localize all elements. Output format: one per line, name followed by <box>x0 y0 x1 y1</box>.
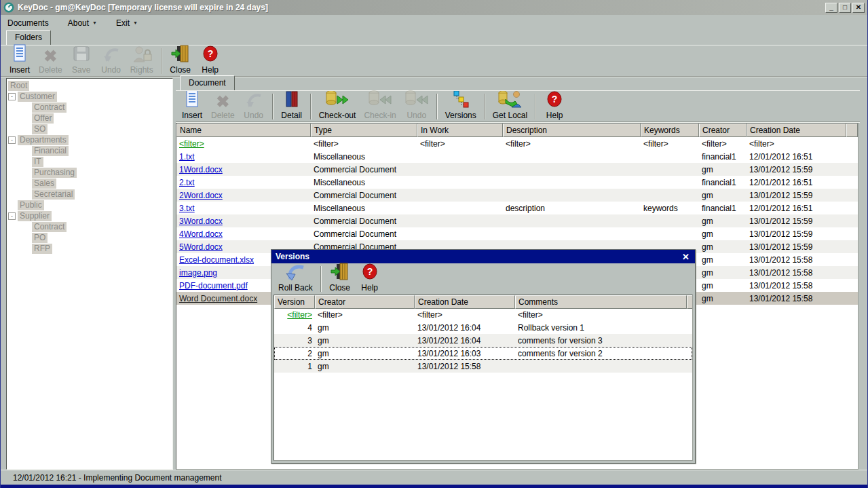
column-header-description[interactable]: Description <box>503 124 641 137</box>
creator-filter[interactable]: <filter> <box>699 137 747 150</box>
table-row[interactable]: 2.txt Miscellaneous financial1 12/01/201… <box>176 176 858 189</box>
creation-date-filter[interactable]: <filter> <box>415 310 515 320</box>
name-filter-link[interactable]: <filter> <box>179 139 204 149</box>
tree-node-public[interactable]: Public <box>7 200 172 210</box>
tree-node-supplier[interactable]: -Supplier <box>7 210 172 221</box>
menu-exit[interactable]: Exit▼ <box>116 18 138 28</box>
tree-node-rfp[interactable]: RFP <box>7 243 172 254</box>
svg-text:?: ? <box>552 94 558 105</box>
collapse-icon[interactable]: - <box>8 136 16 144</box>
keywords-filter[interactable]: <filter> <box>641 137 699 150</box>
document-link[interactable]: 1Word.docx <box>179 165 223 174</box>
get-local-button[interactable]: Get Local <box>489 92 531 121</box>
tab-document[interactable]: Document <box>180 75 235 90</box>
toolbar-separator <box>272 94 273 119</box>
dialog-help-button[interactable]: ? Help <box>355 264 385 294</box>
tree-node-supplier-contract[interactable]: Contract <box>7 221 172 232</box>
creator-filter[interactable]: <filter> <box>315 310 415 320</box>
document-link[interactable]: Word Document.docx <box>179 294 257 303</box>
column-header-creator[interactable]: Creator <box>315 295 415 309</box>
collapse-icon[interactable]: - <box>8 212 16 220</box>
tab-folders[interactable]: Folders <box>6 30 51 45</box>
table-row[interactable]: 4Word.docx Commercial Document gm 13/01/… <box>176 227 858 240</box>
in-work-filter[interactable]: <filter> <box>417 137 503 150</box>
checkout-button[interactable]: Check-out <box>315 92 360 121</box>
dialog-close-icon[interactable]: ✕ <box>681 252 691 262</box>
dialog-close-button[interactable]: Close <box>325 264 355 294</box>
roll-back-button[interactable]: Roll Back <box>274 264 317 294</box>
column-header-type[interactable]: Type <box>311 124 417 137</box>
title-bar: KeyDoc - gm@KeyDoc [Temporary license wi… <box>1 0 867 15</box>
column-header-creation-date[interactable]: Creation Date <box>415 295 515 309</box>
document-link[interactable]: image.png <box>179 268 217 278</box>
help-button[interactable]: ? Help <box>195 46 225 76</box>
toolbar-separator <box>436 94 438 119</box>
table-row[interactable]: 1Word.docx Commercial Document gm 13/01/… <box>176 163 858 176</box>
tree-node-customer[interactable]: -Customer <box>7 91 172 102</box>
comments-filter[interactable]: <filter> <box>515 310 687 320</box>
menu-about[interactable]: About▼ <box>68 18 97 28</box>
collapse-icon[interactable]: - <box>8 93 16 100</box>
version-row[interactable]: 3 gm 13/01/2012 16:04 comments for versi… <box>274 334 692 347</box>
version-row[interactable]: 4 gm 13/01/2012 16:04 Rollback version 1 <box>274 321 692 334</box>
document-link[interactable]: PDF-document.pdf <box>179 281 248 290</box>
document-link[interactable]: 5Word.docx <box>179 242 223 252</box>
status-bar: 12/01/2012 16:21 - Implementing Document… <box>1 470 867 485</box>
doc-help-button[interactable]: ? Help <box>540 92 569 121</box>
window-title: KeyDoc - gm@KeyDoc [Temporary license wi… <box>18 3 822 12</box>
tree-node-financial[interactable]: Financial <box>7 145 172 156</box>
tree-node-root[interactable]: Root <box>7 80 172 91</box>
column-header-version[interactable]: Version <box>274 295 315 309</box>
document-link[interactable]: 3.txt <box>179 204 195 213</box>
tree-node-departments[interactable]: -Departments <box>7 134 172 145</box>
undo-arrow-icon <box>102 45 120 64</box>
column-header-keywords[interactable]: Keywords <box>641 124 699 137</box>
document-link[interactable]: 2Word.docx <box>179 191 223 200</box>
description-filter[interactable]: <filter> <box>503 137 641 150</box>
column-header-name[interactable]: Name <box>176 124 311 137</box>
tree-node-sales[interactable]: Sales <box>7 178 172 189</box>
tree-node-offer[interactable]: Offer <box>7 113 172 124</box>
table-row[interactable]: 2Word.docx Commercial Document gm 13/01/… <box>176 189 858 202</box>
maximize-button[interactable]: □ <box>839 3 851 13</box>
document-link[interactable]: Excel-document.xlsx <box>179 255 254 265</box>
help-icon: ? <box>546 91 563 110</box>
creation-date-filter[interactable]: <filter> <box>747 137 846 150</box>
doc-insert-button[interactable]: Insert <box>177 92 207 121</box>
detail-button[interactable]: Detail <box>277 92 307 121</box>
tree-node-secretarial[interactable]: Secretarial <box>7 189 172 200</box>
column-header-creation-date[interactable]: Creation Date <box>747 124 846 137</box>
versions-button[interactable]: Versions <box>441 92 480 121</box>
column-header-in-work[interactable]: In Work <box>417 124 503 137</box>
table-row[interactable]: 1.txt Miscellaneous financial1 12/01/201… <box>176 150 858 163</box>
delete-x-icon: ✖ <box>43 48 57 64</box>
delete-button: ✖ Delete <box>35 46 67 76</box>
svg-text:?: ? <box>207 48 213 59</box>
tree-node-so[interactable]: SO <box>7 124 172 134</box>
version-row[interactable]: 1 gm 13/01/2012 15:58 <box>274 360 692 373</box>
document-link[interactable]: 4Word.docx <box>179 229 223 239</box>
type-filter[interactable]: <filter> <box>311 137 417 150</box>
version-row-focused[interactable]: 2 gm 13/01/2012 16:03 comments for versi… <box>274 347 692 360</box>
tree-node-it[interactable]: IT <box>7 156 172 167</box>
keydoc-window: KeyDoc - gm@KeyDoc [Temporary license wi… <box>0 0 868 488</box>
column-header-comments[interactable]: Comments <box>515 295 687 309</box>
document-link[interactable]: 2.txt <box>179 178 195 187</box>
toolbar-separator <box>484 94 485 119</box>
tree-node-po[interactable]: PO <box>7 232 172 243</box>
column-header-creator[interactable]: Creator <box>699 124 747 137</box>
menu-documents[interactable]: Documents <box>7 18 49 28</box>
table-row[interactable]: 3Word.docx Commercial Document gm 13/01/… <box>176 214 858 227</box>
tree-node-purchasing[interactable]: Purchasing <box>7 167 172 178</box>
table-row[interactable]: 3.txt Miscellaneous description keywords… <box>176 202 858 214</box>
document-link[interactable]: 3Word.docx <box>179 217 223 226</box>
document-link[interactable]: 1.txt <box>179 152 195 162</box>
close-folders-button[interactable]: Close <box>166 46 195 76</box>
minimize-button[interactable]: _ <box>825 3 837 13</box>
document-toolbar: Insert ✖ Delete Undo Detail <box>176 91 860 122</box>
close-button[interactable]: ✕ <box>852 3 865 13</box>
keydoc-logo-icon <box>3 2 14 13</box>
tree-node-customer-contract[interactable]: Contract <box>7 102 172 113</box>
version-filter-link[interactable]: <filter> <box>287 310 312 320</box>
insert-button[interactable]: Insert <box>5 46 35 76</box>
